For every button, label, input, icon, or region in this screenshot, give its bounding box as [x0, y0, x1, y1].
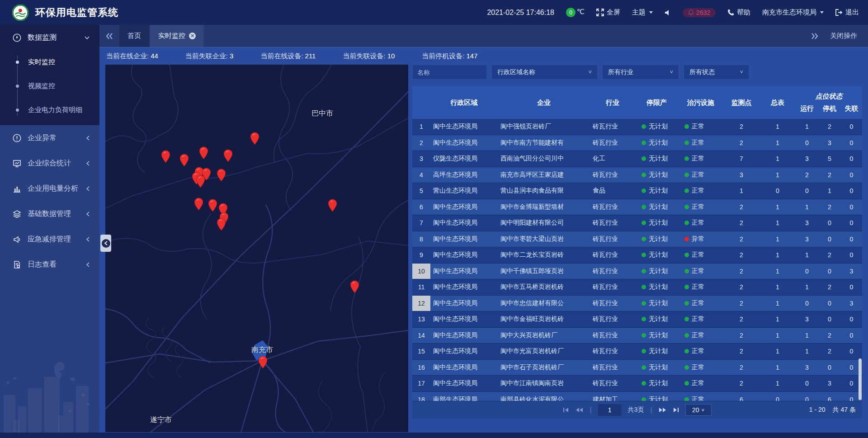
- map-pin-icon[interactable]: [217, 218, 226, 231]
- next-page-button[interactable]: [659, 407, 666, 413]
- map-pin-icon[interactable]: [217, 169, 226, 182]
- theme-dropdown[interactable]: 主题: [632, 8, 653, 17]
- cell-total-meters: 1: [760, 139, 796, 146]
- vertical-scrollbar[interactable]: [859, 358, 862, 400]
- sidebar-item-日志查看[interactable]: 日志查看: [0, 252, 99, 277]
- megaphone-icon: [13, 235, 21, 244]
- table-row[interactable]: 3仪陇生态环境局西南油气田分公司川中化工无计划正常71350: [412, 151, 862, 167]
- map-pin-icon[interactable]: [250, 132, 259, 145]
- map-pin-icon[interactable]: [223, 149, 233, 162]
- column-group-point-status: 点位状态: [796, 86, 862, 104]
- cell-monitor-points: 2: [723, 364, 760, 371]
- facility-status-label: 正常: [692, 122, 704, 131]
- table-row[interactable]: 11阆中生态环境局阆中市五马桥页岩机砖砖瓦行业无计划正常21120: [412, 279, 862, 296]
- sidebar-subitem-实时监控[interactable]: 实时监控: [0, 50, 99, 74]
- table-row[interactable]: 5营山生态环境局营山县润丰肉食品有限食品无计划正常10010: [412, 183, 862, 199]
- fullscreen-button[interactable]: 全屏: [596, 8, 620, 17]
- table-row[interactable]: 16阆中生态环境局阆中市石子页岩机砖厂砖瓦行业无计划正常21300: [412, 360, 862, 376]
- map-pin-icon[interactable]: [328, 199, 337, 212]
- status-dot-icon: [642, 301, 646, 306]
- table-row[interactable]: 15阆中生态环境局阆中市光富页岩机砖厂砖瓦行业无计划正常21120: [412, 344, 862, 360]
- map-collapse-button[interactable]: [100, 235, 111, 252]
- table-row[interactable]: 8阆中生态环境局阆中市枣碧大梁山页岩砖瓦行业无计划异常21300: [412, 231, 862, 248]
- org-dropdown[interactable]: 南充市生态环境局: [762, 8, 824, 17]
- tab-实时监控[interactable]: 实时监控✕: [150, 25, 204, 47]
- cell-offline: 0: [841, 348, 862, 355]
- cell-facility-status: 正常: [678, 299, 723, 307]
- tabs-scroll-left-button[interactable]: [99, 25, 119, 47]
- cell-running: 3: [796, 155, 818, 162]
- status-filter-select[interactable]: 所有状态˅: [684, 65, 749, 80]
- region-filter-select[interactable]: 行政区域名称˅: [491, 65, 598, 80]
- close-operations-button[interactable]: 关闭操作: [830, 32, 857, 40]
- table-row[interactable]: 12阆中生态环境局阆中市忠信建材有限公砖瓦行业无计划正常21003: [412, 296, 862, 312]
- prev-page-button[interactable]: [576, 407, 583, 413]
- table-row[interactable]: 18南部生态环境局南部县砖化水泥有限公建材加工无计划正常60060: [412, 392, 862, 401]
- status-dot-icon: [642, 317, 646, 321]
- map-pin-icon[interactable]: [194, 198, 203, 211]
- cell-running: 3: [796, 235, 818, 243]
- double-chevron-right-icon[interactable]: [811, 33, 818, 39]
- chevron-down-icon: ˅: [740, 69, 743, 75]
- limit-status-label: 无计划: [649, 251, 668, 259]
- total-pages-label: 共3页: [628, 406, 644, 414]
- table-row[interactable]: 2阆中生态环境局阆中市南方节能建材有砖瓦行业无计划正常21030: [412, 135, 862, 151]
- sidebar-item-基础数据管理[interactable]: 基础数据管理: [0, 201, 99, 226]
- sidebar-item-企业综合统计[interactable]: 企业综合统计: [0, 151, 99, 176]
- cell-company: 阆中千佛镇五郎垭页岩: [498, 267, 590, 275]
- volume-button[interactable]: [665, 9, 671, 16]
- table-row[interactable]: 17阆中生态环境局阆中市江南镇阆南页岩砖瓦行业无计划正常21030: [412, 376, 862, 392]
- sidebar-subitem-企业电力负荷明细[interactable]: 企业电力负荷明细: [0, 98, 99, 122]
- status-dot-icon: [684, 141, 689, 145]
- map-pin-icon[interactable]: [258, 356, 268, 369]
- table-row[interactable]: 10阆中生态环境局阆中千佛镇五郎垭页岩砖瓦行业无计划正常21003: [412, 264, 862, 280]
- table-row[interactable]: 4高坪生态环境局南充市高坪区王家店建砖瓦行业无计划正常31220: [412, 167, 862, 184]
- notification-badge[interactable]: 2632: [683, 8, 716, 17]
- chevron-left-icon: [86, 212, 90, 217]
- cell-total-meters: 1: [760, 300, 796, 307]
- table-row[interactable]: 9阆中生态环境局阆中市二龙长宝页岩砖砖瓦行业无计划正常21120: [412, 247, 862, 264]
- sidebar-item-企业用电量分析[interactable]: 企业用电量分析: [0, 176, 99, 201]
- stat-label: 当前失联企业:: [185, 52, 228, 60]
- map-pin-icon[interactable]: [161, 150, 170, 163]
- facility-status-label: 正常: [692, 171, 704, 179]
- name-filter-input[interactable]: [412, 65, 487, 80]
- table-row[interactable]: 7阆中生态环境局阆中明阳建材有限公司砖瓦行业无计划正常21300: [412, 215, 862, 231]
- divider: |: [650, 406, 652, 414]
- cell-industry: 砖瓦行业: [590, 363, 635, 372]
- sidebar-subitem-视频监控[interactable]: 视频监控: [0, 74, 99, 98]
- facility-status-label: 正常: [692, 267, 704, 275]
- sidebar-item-data-monitor[interactable]: 数据监测: [0, 25, 99, 50]
- cell-company: 南充市高坪区王家店建: [498, 171, 590, 179]
- cell-industry: 砖瓦行业: [590, 331, 635, 339]
- map-pin-icon[interactable]: [199, 146, 208, 160]
- chevron-down-icon: ˅: [702, 407, 704, 413]
- cell-company: 营山县润丰肉食品有限: [498, 187, 590, 195]
- map-pin-icon[interactable]: [350, 280, 359, 293]
- table-row[interactable]: 13阆中生态环境局阆中市金福旺页岩机砖砖瓦行业无计划正常21300: [412, 311, 862, 328]
- map[interactable]: 巴中市南充市遂宁市: [105, 65, 408, 432]
- tab-bar: 首页实时监控✕ 关闭操作: [99, 25, 868, 47]
- map-pin-icon[interactable]: [208, 199, 217, 212]
- last-page-button[interactable]: [673, 407, 679, 413]
- sidebar-item-企业异常[interactable]: 企业异常: [0, 125, 99, 151]
- cell-region: 阆中生态环境局: [430, 139, 498, 147]
- table-row[interactable]: 1阆中生态环境局阆中强锐页岩砖厂砖瓦行业无计划正常21120: [412, 119, 862, 135]
- sidebar-item-应急减排管理[interactable]: 应急减排管理: [0, 226, 99, 252]
- map-pin-icon[interactable]: [196, 175, 205, 188]
- chevron-left-icon: [86, 186, 90, 191]
- tab-首页[interactable]: 首页: [119, 25, 149, 47]
- page-size-select[interactable]: 20˅: [685, 404, 712, 416]
- table-row[interactable]: 6阆中生态环境局阆中市金博瑞新型墙材砖瓦行业无计划正常21120: [412, 199, 862, 216]
- logout-button[interactable]: 退出: [835, 8, 859, 17]
- sidebar-item-label: 企业异常: [28, 133, 57, 143]
- industry-filter-select[interactable]: 所有行业˅: [602, 65, 679, 80]
- page-number-input[interactable]: [598, 404, 622, 416]
- cell-limit-status: 无计划: [635, 315, 678, 323]
- city-skyline-watermark: [0, 352, 99, 438]
- table-row[interactable]: 14阆中生态环境局阆中大兴页岩机砖厂砖瓦行业无计划正常21120: [412, 328, 862, 344]
- help-button[interactable]: 帮助: [727, 8, 750, 17]
- first-page-button[interactable]: [563, 407, 569, 413]
- close-icon[interactable]: ✕: [189, 33, 196, 39]
- map-pin-icon[interactable]: [179, 154, 189, 167]
